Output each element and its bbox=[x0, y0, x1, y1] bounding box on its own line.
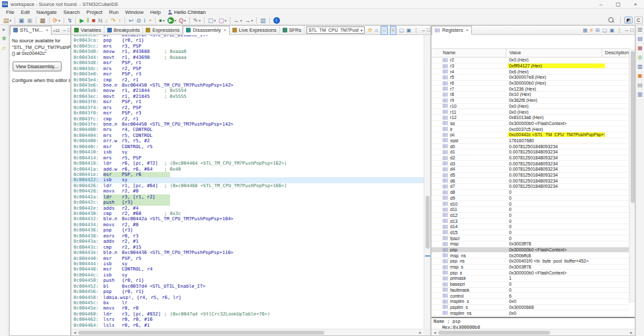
disassembly-line[interactable]: 0c004422:isbsy bbox=[71, 177, 424, 183]
registers-tab[interactable]: Registers × bbox=[432, 26, 472, 35]
number-format-icon[interactable]: # bbox=[589, 26, 594, 34]
annotation-marker[interactable] bbox=[425, 255, 430, 257]
register-row[interactable]: d120 bbox=[432, 213, 629, 219]
save-icon[interactable]: ▣ bbox=[17, 17, 26, 24]
tab-variables[interactable]: Variables bbox=[71, 26, 105, 35]
register-row[interactable]: r80x10 (Hex) bbox=[432, 92, 629, 98]
disassembly-line[interactable]: 0c0043f4:mrsr2, PSP bbox=[71, 105, 424, 110]
save-all-icon[interactable]: ▣ bbox=[26, 17, 34, 24]
disassembly-line[interactable]: 0c00444c:isbsy bbox=[71, 273, 424, 278]
register-row[interactable]: psplim_s0x30000668 bbox=[432, 305, 629, 311]
register-row[interactable]: d50.007812501848093234 bbox=[432, 173, 629, 179]
disassembly-line[interactable]: 0c004448:msrCONTROL, r4 bbox=[71, 267, 424, 272]
register-row[interactable]: d130 bbox=[432, 218, 629, 224]
close-icon[interactable]: × bbox=[466, 28, 469, 32]
register-row[interactable]: d30.007812501848093234 bbox=[432, 161, 629, 167]
program-chip-icon[interactable]: ↯ bbox=[66, 17, 74, 24]
register-row[interactable]: r50x300007e8 (Hex) bbox=[432, 75, 629, 81]
menu-item-window[interactable]: Window bbox=[122, 9, 147, 15]
step-return-icon[interactable]: ↑ bbox=[117, 17, 123, 24]
search-icon[interactable] bbox=[608, 17, 614, 23]
step-over-icon[interactable]: ↷ bbox=[109, 17, 117, 24]
external-tools-dropdown-icon[interactable]: Q▾ bbox=[177, 17, 187, 24]
disassembly-line[interactable]: 0c0043d4:movtr1, #43690; 0xaaaa bbox=[71, 55, 424, 60]
disassembly-line[interactable]: 0c00440c:msrCONTROL, r5 bbox=[71, 144, 424, 149]
register-row[interactable]: msplim_ns0x0 bbox=[432, 310, 629, 316]
register-row[interactable]: msp0x3003ff78 bbox=[432, 241, 629, 247]
build-all-icon[interactable]: ▦ bbox=[38, 17, 47, 24]
console-view-icon[interactable]: ▤ bbox=[637, 36, 643, 42]
disconnect-icon[interactable]: N bbox=[97, 17, 104, 24]
column-header-description[interactable]: Description bbox=[602, 48, 629, 58]
disassembly-line[interactable]: 0c004460:ldrr3, [pc, #832]; (0xc0047a4 <… bbox=[71, 312, 424, 317]
disassembly-line[interactable]: 0c004458:ldmia.wsp!, {r4, r5, r6, lr} bbox=[71, 295, 424, 300]
minimize-view-icon[interactable]: – bbox=[63, 26, 66, 34]
close-icon[interactable]: × bbox=[224, 28, 226, 32]
sync-selection-icon[interactable]: → bbox=[379, 26, 389, 34]
maximize-view-icon[interactable]: □ bbox=[630, 26, 633, 34]
open-console-icon[interactable]: ▥ bbox=[259, 17, 267, 24]
coverage-view-icon[interactable]: ▣ bbox=[637, 73, 643, 79]
disassembly-line[interactable]: 0c004462:lsrsr0, r0, #16 bbox=[71, 317, 424, 322]
disassembly-line[interactable]: 0c0043fc:cmpr2, r1 bbox=[71, 116, 424, 122]
tab-disassembly[interactable]: Disassembly× bbox=[183, 26, 230, 35]
tab-overflow-indicator[interactable]: »12 bbox=[52, 28, 61, 32]
register-row[interactable]: r40x6 (Hex) bbox=[432, 69, 629, 75]
disassembly-line[interactable]: 0c00443a:addsr2, #1 bbox=[71, 239, 424, 244]
register-row[interactable]: primask1 bbox=[432, 276, 629, 282]
disassembly-line[interactable]: 0c00445c:bxlr bbox=[71, 300, 424, 306]
disassembly-horizontal-scrollbar[interactable]: ◄ ► bbox=[71, 329, 424, 335]
register-row[interactable]: r120x81013a6 (Hex) bbox=[432, 115, 629, 121]
view-menu-icon[interactable]: ⋮ bbox=[412, 26, 420, 34]
register-row[interactable]: psp0x300000b0 <FlashContext> bbox=[432, 247, 629, 253]
refresh-dropdown-icon[interactable]: ⟳▾ bbox=[52, 17, 62, 24]
suspend-icon[interactable]: ‖ bbox=[85, 17, 91, 24]
register-row[interactable]: d60.007812501848093234 bbox=[432, 178, 629, 184]
scroll-right-icon[interactable]: ► bbox=[628, 331, 635, 335]
disassembly-line[interactable]: 0c004456:pop{r0, r1} bbox=[71, 289, 424, 294]
menu-item-search[interactable]: Search bbox=[60, 9, 83, 15]
step-into-icon[interactable]: ↓ bbox=[104, 17, 110, 24]
view-disassembly-button[interactable]: View Disassembly... bbox=[13, 62, 62, 71]
new-editor-window-icon[interactable]: ▢▾ bbox=[207, 17, 217, 24]
register-row[interactable]: r60x300000b0 (Hex) bbox=[432, 81, 629, 87]
memory-view-icon[interactable]: ▥ bbox=[637, 63, 643, 70]
disassembly-line[interactable]: 0c004450:push{r0, r1} bbox=[71, 278, 424, 283]
disassembly-line[interactable]: 0c0043d8:msrPSP, r1 bbox=[71, 60, 424, 65]
problems-view-icon[interactable]: ▦ bbox=[637, 45, 643, 52]
disassembly-line[interactable]: 0c004452:bl0xc0037d4 <STL_UTIL_Enable_IT… bbox=[71, 284, 424, 289]
tab-breakpoints[interactable]: Breakpoints bbox=[105, 26, 144, 35]
new-wizard-icon[interactable]: ▤▾ bbox=[2, 17, 13, 24]
disassembly-line[interactable]: 0c00442e:addsr2, #4 bbox=[71, 206, 424, 211]
register-row[interactable]: r90x362f6 (Hex) bbox=[432, 98, 629, 104]
tab-live-expressions[interactable]: Live Expressions bbox=[230, 26, 280, 35]
close-window-button[interactable]: × bbox=[627, 0, 644, 9]
refresh-icon[interactable]: ⟳ bbox=[367, 26, 373, 34]
disassembly-address-combo[interactable]: STL_TM_CPU_TM7PushPop ▼ bbox=[306, 26, 365, 34]
register-row[interactable]: d10.007812501848093234 bbox=[432, 149, 629, 155]
forward-icon[interactable]: →▾ bbox=[243, 17, 254, 24]
view-menu-icon[interactable]: ⋮ bbox=[616, 26, 623, 34]
menu-item-project[interactable]: Project bbox=[83, 9, 106, 15]
registers-horizontal-scrollbar[interactable]: ◄ ► bbox=[432, 329, 635, 335]
register-row[interactable]: d20.007812501848093234 bbox=[432, 155, 629, 161]
debug-perspective-button[interactable]: ◩ bbox=[624, 17, 633, 24]
register-row[interactable]: r20x0 (Hex) bbox=[432, 58, 629, 63]
back-icon[interactable]: ←▾ bbox=[232, 17, 244, 24]
disassembly-line[interactable]: 0c0043dc:mrsr2, PSP bbox=[71, 66, 424, 71]
drop-to-frame-icon[interactable]: ↩ bbox=[127, 17, 135, 24]
project-explorer-shortcut-icon[interactable]: ▱ bbox=[2, 45, 6, 52]
minimize-view-icon[interactable]: – bbox=[422, 26, 425, 34]
scroll-right-icon[interactable]: ► bbox=[417, 331, 424, 335]
close-icon[interactable]: × bbox=[46, 28, 48, 32]
register-row[interactable]: faultmask0 bbox=[432, 288, 629, 294]
disassembly-line[interactable]: 0c004440:msrPSP, r5 bbox=[71, 256, 424, 261]
scroll-left-icon[interactable]: ◄ bbox=[71, 331, 78, 335]
disassembly-line[interactable]: 0c00443e:ble.n0xc004436 <STL_TM_CPU_TM7P… bbox=[71, 250, 424, 255]
register-row[interactable]: msp_s0x3003ff78 bbox=[432, 265, 629, 271]
disassembly-line[interactable]: 0c004432:ble.n0xc00442a <STL_TM_CPU_TM7P… bbox=[71, 216, 424, 222]
debugger-console-icon[interactable]: ◎ bbox=[638, 54, 643, 61]
disassembly-line[interactable]: 0c004444:isbsy bbox=[71, 261, 424, 267]
disassembly-line[interactable]: 0c004438:eorsr0, r3 bbox=[71, 233, 424, 239]
duplicate-view-icon[interactable]: ▣ bbox=[405, 26, 412, 34]
